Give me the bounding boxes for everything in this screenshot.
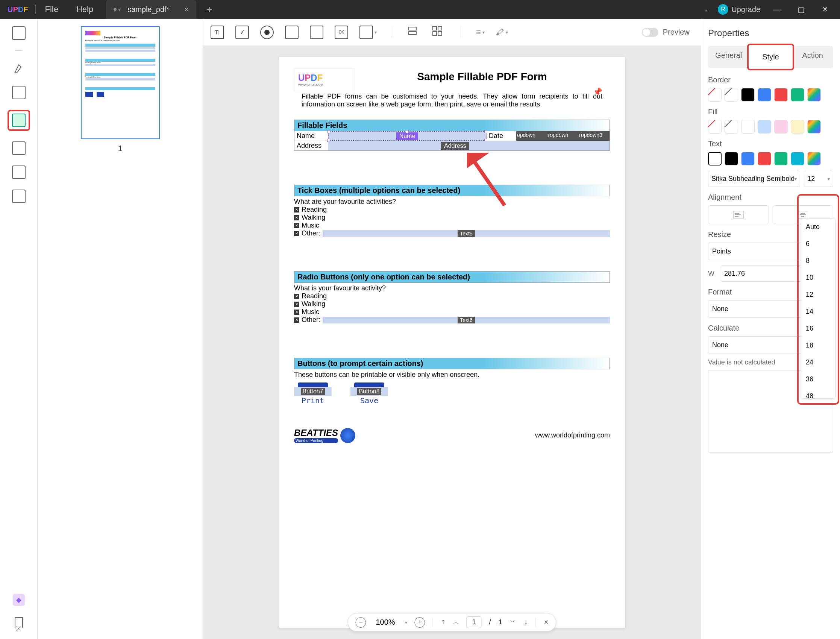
signature-tool-icon[interactable] xyxy=(359,25,373,39)
page-thumbnail[interactable]: Sample Fillable PDF Form Fillable PDF fo… xyxy=(81,26,160,139)
maximize-icon[interactable]: ▢ xyxy=(793,5,808,14)
checkbox-icon[interactable]: ✕ xyxy=(294,223,299,228)
size-option[interactable]: 6 xyxy=(801,235,835,252)
dropdown-tool-icon[interactable] xyxy=(285,25,299,39)
rainbow-swatch[interactable] xyxy=(807,120,821,134)
chevron-down-icon[interactable]: ▾ xyxy=(506,30,508,35)
checkbox-tool-icon[interactable]: ✓ xyxy=(235,25,249,39)
radio-icon[interactable]: ✕ xyxy=(294,310,299,315)
button-tool-icon[interactable]: OK xyxy=(335,25,348,39)
last-page-icon[interactable]: ⤓ xyxy=(523,619,528,626)
white-swatch[interactable] xyxy=(724,88,738,102)
tab-action[interactable]: Action xyxy=(792,46,833,68)
align-tool-icon[interactable]: ≡ xyxy=(476,27,481,37)
red-swatch[interactable] xyxy=(774,88,788,102)
name-field-selected[interactable]: Name xyxy=(328,131,486,141)
rainbow-swatch[interactable] xyxy=(807,152,821,165)
text-tool-icon[interactable] xyxy=(12,26,25,40)
radio-icon[interactable]: ✕ xyxy=(294,294,299,299)
layers-icon[interactable]: ◆ xyxy=(13,594,25,606)
size-option[interactable]: 14 xyxy=(801,303,835,320)
size-option[interactable]: 12 xyxy=(801,286,835,303)
checkbox-icon[interactable]: ✕ xyxy=(294,207,299,213)
checkbox-icon[interactable]: ✕ xyxy=(294,215,299,220)
lyellow-swatch[interactable] xyxy=(791,120,804,134)
white-swatch[interactable] xyxy=(741,120,755,134)
zoom-in-icon[interactable]: + xyxy=(415,617,425,628)
highlight-tool-icon[interactable]: 🖍 xyxy=(496,27,504,37)
blue-swatch[interactable] xyxy=(757,88,771,102)
crop-tool-icon[interactable] xyxy=(12,165,25,179)
size-option[interactable]: 36 xyxy=(801,371,835,388)
radio-icon[interactable]: ✕ xyxy=(294,302,299,307)
save-button[interactable]: Button8 Save xyxy=(351,383,388,405)
red-swatch[interactable] xyxy=(757,152,771,165)
green-swatch[interactable] xyxy=(791,88,804,102)
size-option[interactable]: 8 xyxy=(801,252,835,269)
form-tool-icon[interactable] xyxy=(12,86,25,99)
pin-icon[interactable]: 📌 xyxy=(593,87,602,96)
print-button[interactable]: Button7 Print xyxy=(294,383,332,405)
rainbow-swatch[interactable] xyxy=(807,88,821,102)
other-textfield[interactable]: Text6 xyxy=(322,317,610,323)
chevron-down-icon[interactable]: ▾ xyxy=(483,30,485,35)
black-outline-swatch[interactable] xyxy=(708,152,722,165)
convert-tool-icon[interactable] xyxy=(12,189,25,203)
zoom-level[interactable]: 100% xyxy=(373,618,397,626)
font-select[interactable]: Sitka Subheading Semibold ▾ xyxy=(708,171,800,187)
black-swatch[interactable] xyxy=(724,152,738,165)
listbox-tool-icon[interactable] xyxy=(310,25,323,39)
upgrade-button[interactable]: R Upgrade xyxy=(718,4,760,15)
address-field[interactable]: Address xyxy=(328,141,610,151)
close-window-icon[interactable]: ✕ xyxy=(818,5,832,14)
other-textfield[interactable]: Text5 xyxy=(322,230,610,237)
tab-add-icon[interactable]: + xyxy=(207,4,212,15)
grid-col-icon[interactable] xyxy=(432,25,446,39)
dropdown-fields[interactable]: opdown ropdown ropdown3 xyxy=(516,131,610,141)
close-bar-icon[interactable]: ✕ xyxy=(544,619,549,626)
size-option[interactable]: 24 xyxy=(801,354,835,371)
pdf-page[interactable]: UPDF WWW.UPDF.COM Sample Fillable PDF Fo… xyxy=(279,57,625,628)
font-size-dropdown[interactable]: Auto681012141618243648 xyxy=(801,218,835,399)
menu-file[interactable]: File xyxy=(36,5,67,14)
green-swatch[interactable] xyxy=(774,152,788,165)
collapse-tabs-icon[interactable]: ⌄ xyxy=(703,5,709,14)
highlight-tool-icon[interactable] xyxy=(12,62,25,75)
align-left-button[interactable] xyxy=(708,205,769,224)
size-option[interactable]: 18 xyxy=(801,337,835,354)
document-tab[interactable]: ▾ sample_pdf* × xyxy=(106,0,196,19)
page-input[interactable] xyxy=(467,617,482,628)
tab-style[interactable]: Style xyxy=(747,44,794,70)
prev-page-icon[interactable]: ︿ xyxy=(453,618,459,626)
lpink-swatch[interactable] xyxy=(774,120,788,134)
first-page-icon[interactable]: ⤒ xyxy=(441,619,446,626)
black-swatch[interactable] xyxy=(741,88,755,102)
size-option[interactable]: 16 xyxy=(801,320,835,337)
tab-close-icon[interactable]: × xyxy=(184,5,189,14)
no-fill-swatch[interactable] xyxy=(708,120,722,134)
white-fill-swatch[interactable] xyxy=(724,120,738,134)
size-option[interactable]: 10 xyxy=(801,269,835,286)
no-color-swatch[interactable] xyxy=(708,88,722,102)
preview-toggle[interactable] xyxy=(642,28,658,37)
menu-help[interactable]: Help xyxy=(67,5,102,14)
next-page-icon[interactable]: ﹀ xyxy=(510,618,516,626)
size-option[interactable]: Auto xyxy=(801,219,835,235)
chevron-down-icon[interactable]: ▾ xyxy=(375,30,377,35)
radio-icon[interactable]: ✕ xyxy=(294,318,299,323)
cyan-swatch[interactable] xyxy=(791,152,804,165)
font-size-select[interactable]: 12 ▾ xyxy=(804,171,833,187)
single-col-icon[interactable] xyxy=(407,25,421,39)
fields-tool-selected[interactable] xyxy=(8,110,30,131)
bookmark-icon[interactable] xyxy=(15,617,23,628)
checkbox-icon[interactable]: ✕ xyxy=(294,231,299,236)
size-option[interactable]: 48 xyxy=(801,388,835,399)
minimize-icon[interactable]: ― xyxy=(769,5,784,14)
radio-tool-icon[interactable] xyxy=(260,25,274,39)
zoom-out-icon[interactable]: − xyxy=(355,617,366,628)
textfield-tool-icon[interactable]: T| xyxy=(211,25,224,39)
tab-general[interactable]: General xyxy=(708,46,749,68)
lblue-swatch[interactable] xyxy=(757,120,771,134)
blue-swatch[interactable] xyxy=(741,152,755,165)
zoom-chevron-icon[interactable]: ▾ xyxy=(405,620,407,625)
